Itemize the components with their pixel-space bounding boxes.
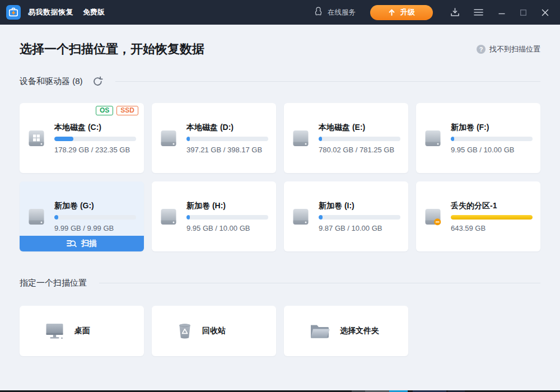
refresh-icon	[92, 76, 103, 87]
drive-capacity: 780.02 GB / 781.25 GB	[319, 146, 400, 154]
locations-grid: 桌面 回收站 选择文件夹	[20, 306, 540, 356]
capacity-bar	[451, 137, 533, 141]
devices-section-header: 设备和驱动器 (8)	[20, 76, 540, 87]
drive-lost-icon	[424, 208, 441, 226]
help-link-label: 找不到扫描位置	[489, 44, 540, 54]
divider	[115, 81, 541, 82]
capacity-bar	[319, 137, 400, 141]
location-card-folder[interactable]: 选择文件夹	[284, 306, 408, 356]
drive-windows-icon	[28, 129, 45, 147]
capacity-bar	[186, 215, 268, 220]
minimize-icon	[498, 9, 505, 16]
page-title: 选择一个扫描位置，开始恢复数据	[20, 41, 204, 58]
drive-capacity: 643.59 GB	[451, 224, 533, 232]
drive-capacity: 9.95 GB / 10.00 GB	[186, 224, 268, 232]
folder-icon	[309, 322, 330, 340]
scan-button-label: 扫描	[81, 239, 97, 249]
drive-icon	[292, 129, 309, 147]
drive-card-0[interactable]: OSSSD 本地磁盘 (C:) 178.29 GB / 232.35 GB	[20, 103, 144, 173]
location-card-recycle-bin[interactable]: 回收站	[152, 306, 276, 356]
drive-name: 丢失的分区-1	[451, 201, 533, 211]
capacity-bar-fill	[319, 137, 322, 141]
capacity-bar-fill	[54, 137, 73, 141]
online-service-label: 在线服务	[328, 8, 356, 17]
scan-button[interactable]: 扫描	[20, 236, 144, 251]
drive-card-7[interactable]: 丢失的分区-1 643.59 GB	[416, 181, 540, 251]
desktop-icon	[45, 322, 65, 340]
location-card-desktop[interactable]: 桌面	[20, 306, 144, 356]
devices-section-title: 设备和驱动器 (8)	[20, 76, 83, 87]
maximize-icon	[520, 10, 526, 16]
drive-icon	[292, 208, 309, 226]
download-center-button[interactable]	[450, 7, 460, 17]
drive-name: 新加卷 (H:)	[186, 201, 268, 211]
drive-card-3[interactable]: 新加卷 (F:) 9.95 GB / 10.00 GB	[416, 103, 540, 173]
download-icon	[450, 7, 460, 17]
up-arrow-icon	[388, 8, 395, 16]
drive-name: 本地磁盘 (D:)	[186, 123, 268, 133]
refresh-button[interactable]	[92, 76, 103, 87]
divider	[99, 283, 540, 283]
capacity-bar	[54, 215, 136, 220]
location-label: 回收站	[202, 326, 226, 336]
online-service-button[interactable]: 在线服务	[313, 6, 356, 18]
drive-card-5[interactable]: 新加卷 (H:) 9.95 GB / 10.00 GB	[152, 181, 276, 251]
drive-badges: OSSSD	[96, 106, 138, 115]
badge-ssd: SSD	[116, 106, 138, 115]
scan-search-icon	[67, 239, 77, 248]
drive-icon	[424, 129, 441, 147]
capacity-bar-fill	[186, 137, 190, 141]
capacity-bar	[54, 137, 136, 141]
hamburger-icon	[474, 8, 483, 16]
locations-section-header: 指定一个扫描位置	[20, 278, 540, 288]
capacity-bar	[451, 215, 533, 220]
drives-grid: OSSSD 本地磁盘 (C:) 178.29 GB / 232.35 GB 本地	[20, 103, 540, 251]
drive-icon	[28, 208, 45, 226]
locations-section-title: 指定一个扫描位置	[20, 278, 87, 288]
drive-name: 新加卷 (I:)	[319, 201, 400, 211]
drive-capacity: 9.95 GB / 10.00 GB	[451, 146, 533, 154]
close-button[interactable]	[542, 9, 549, 16]
drive-card-6[interactable]: 新加卷 (I:) 9.87 GB / 10.00 GB	[284, 181, 408, 251]
capacity-bar	[186, 137, 268, 141]
qq-penguin-icon	[313, 6, 324, 18]
drive-capacity: 397.21 GB / 398.17 GB	[186, 146, 268, 154]
drive-icon	[160, 129, 177, 147]
drive-card-4[interactable]: 新加卷 (G:) 9.99 GB / 9.99 GB 扫描	[20, 181, 144, 251]
upgrade-button[interactable]: 升级	[370, 5, 433, 20]
app-edition: 免费版	[83, 7, 105, 17]
drive-name: 新加卷 (F:)	[451, 123, 533, 133]
drive-name: 新加卷 (G:)	[54, 201, 136, 211]
badge-os: OS	[96, 106, 113, 115]
drive-capacity: 178.29 GB / 232.35 GB	[54, 146, 136, 154]
drive-capacity: 9.99 GB / 9.99 GB	[54, 224, 136, 232]
recycle-bin-icon	[177, 322, 193, 340]
drive-card-1[interactable]: 本地磁盘 (D:) 397.21 GB / 398.17 GB	[152, 103, 276, 173]
help-link[interactable]: ? 找不到扫描位置	[477, 44, 540, 54]
location-label: 选择文件夹	[340, 326, 379, 336]
drive-card-2[interactable]: 本地磁盘 (E:) 780.02 GB / 781.25 GB	[284, 103, 408, 173]
drive-icon	[160, 208, 177, 226]
drive-name: 本地磁盘 (C:)	[54, 123, 136, 133]
capacity-bar-fill	[451, 137, 454, 141]
capacity-bar-fill	[54, 215, 58, 220]
minimize-button[interactable]	[498, 9, 505, 16]
capacity-bar	[319, 215, 400, 220]
help-icon: ?	[477, 45, 486, 54]
menu-button[interactable]	[474, 8, 483, 16]
titlebar: 易我数据恢复 免费版 在线服务 升级	[0, 0, 560, 25]
close-icon	[542, 9, 549, 16]
upgrade-label: 升级	[400, 7, 415, 17]
location-label: 桌面	[74, 326, 90, 336]
capacity-bar-fill	[451, 215, 533, 220]
maximize-button[interactable]	[520, 10, 526, 16]
capacity-bar-fill	[186, 215, 190, 220]
capacity-bar-fill	[319, 215, 323, 220]
drive-capacity: 9.87 GB / 10.00 GB	[319, 224, 400, 232]
drive-name: 本地磁盘 (E:)	[319, 123, 400, 133]
app-name: 易我数据恢复	[28, 7, 73, 17]
app-logo-icon	[6, 5, 21, 20]
